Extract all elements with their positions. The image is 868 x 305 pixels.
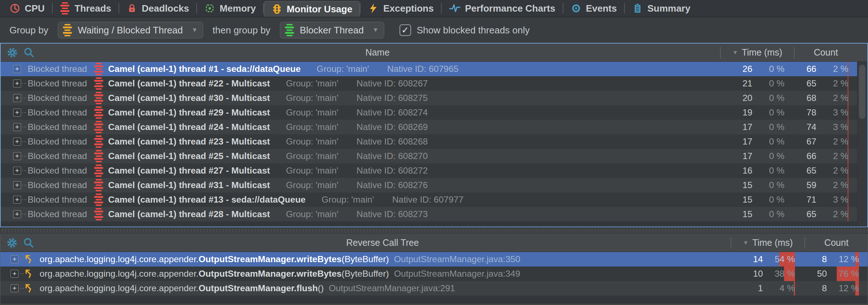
thread-state-label: Blocked thread	[28, 209, 87, 219]
thread-name: Camel (camel-1) thread #31 - Multicast	[108, 180, 270, 190]
search-icon[interactable]	[23, 237, 35, 249]
tree-column-header[interactable]: Reverse Call Tree	[35, 237, 731, 248]
expand-icon[interactable]: +	[13, 123, 21, 131]
tab-label: Threads	[75, 3, 111, 14]
thread-name: Camel (camel-1) thread #1 - seda://dataQ…	[108, 64, 301, 74]
count-pct-value: 3 %	[833, 195, 848, 205]
blocked-thread-row[interactable]: + Blocked thread Camel (camel-1) thread …	[1, 163, 857, 178]
blocked-thread-row[interactable]: + Blocked thread Camel (camel-1) thread …	[1, 192, 857, 207]
then-group-by-dropdown[interactable]: Blocker Thread ▼	[280, 22, 384, 38]
time-pct-value: 0 %	[769, 122, 784, 132]
blocked-thread-row[interactable]: + Blocked thread Camel (camel-1) thread …	[1, 178, 857, 192]
tab-memory[interactable]: Memory	[197, 0, 263, 17]
source-reference: OutputStreamManager.java:349	[394, 269, 520, 278]
tab-performance-charts[interactable]: Performance Charts	[442, 0, 563, 17]
time-pct-value: 0 %	[769, 195, 784, 205]
tab-threads[interactable]: Threads	[53, 0, 118, 17]
expand-icon[interactable]: +	[11, 284, 19, 292]
thread-name: Camel (camel-1) thread #23 - Multicast	[108, 137, 270, 147]
time-column-header[interactable]: ▼Time (ms)	[721, 47, 794, 58]
count-value: 67	[794, 137, 816, 147]
expand-icon[interactable]: +	[11, 255, 19, 263]
expand-icon[interactable]: +	[13, 152, 21, 160]
tab-label: CPU	[25, 3, 45, 14]
count-pct-cell: 76 %	[827, 267, 859, 281]
name-column-header[interactable]: Name	[35, 47, 720, 58]
tree-table-header: Reverse Call Tree ▼Time (ms) Count	[0, 234, 868, 252]
group-by-dropdown[interactable]: Waiting / Blocked Thread ▼	[58, 22, 203, 38]
panel-splitter[interactable]	[0, 227, 868, 234]
blocked-thread-row[interactable]: + Blocked thread Camel (camel-1) thread …	[1, 149, 857, 163]
time-ms-value: 16	[711, 166, 752, 176]
tab-label: Memory	[220, 3, 256, 14]
thread-group: Group: 'main'	[286, 122, 338, 132]
expand-icon[interactable]: +	[13, 167, 21, 175]
expand-icon[interactable]: +	[13, 196, 21, 204]
expand-icon[interactable]: +	[13, 181, 21, 189]
clipboard-icon	[632, 3, 643, 14]
thread-group: Group: 'main'	[286, 93, 338, 103]
lock-icon	[126, 3, 137, 14]
expand-icon[interactable]: +	[11, 270, 19, 278]
thread-group: Group: 'main'	[286, 209, 338, 219]
tab-deadlocks[interactable]: Deadlocks	[119, 0, 196, 17]
method-name: OutputStreamManager.writeBytes	[198, 269, 341, 278]
gear-icon[interactable]	[6, 237, 18, 249]
call-tree-row[interactable]: + org.apache.logging.log4j.core.appender…	[0, 267, 868, 281]
count-value: 50	[804, 269, 827, 279]
vertical-scrollbar[interactable]	[857, 62, 867, 227]
call-tree-row[interactable]: + org.apache.logging.log4j.core.appender…	[0, 281, 868, 296]
count-value: 78	[794, 107, 816, 118]
expand-icon[interactable]: +	[13, 109, 21, 117]
time-ms-value: 19	[711, 107, 752, 118]
tab-summary[interactable]: Summary	[625, 0, 698, 17]
time-pct-cell: 54 %	[763, 252, 795, 267]
blocked-thread-row[interactable]: + Blocked thread Camel (camel-1) thread …	[1, 207, 857, 221]
count-pct-cell: 2 %	[816, 62, 848, 76]
thread-native-id: Native ID: 608276	[357, 180, 428, 190]
tab-cpu[interactable]: CPU	[2, 0, 52, 17]
count-value: 66	[794, 64, 816, 74]
call-tree-row[interactable]: + org.apache.logging.log4j.core.appender…	[0, 252, 868, 267]
blocked-thread-row[interactable]: + Blocked thread Camel (camel-1) thread …	[1, 134, 857, 149]
tab-events[interactable]: Events	[563, 0, 624, 17]
count-pct-cell: 2 %	[816, 207, 848, 221]
tab-exceptions[interactable]: Exceptions	[361, 0, 441, 17]
count-pct-value: 2 %	[833, 93, 848, 103]
blocked-thread-row[interactable]: + Blocked thread Camel (camel-1) thread …	[1, 120, 857, 134]
cpu-clock-icon	[9, 3, 20, 14]
count-pct-value: 3 %	[833, 107, 848, 118]
blocked-thread-row[interactable]: + Blocked thread Camel (camel-1) thread …	[1, 91, 857, 105]
expand-icon[interactable]: +	[13, 138, 21, 146]
expand-icon[interactable]: +	[13, 94, 21, 102]
blocked-thread-row[interactable]: + Blocked thread Camel (camel-1) thread …	[1, 105, 857, 120]
time-pct-value: 0 %	[769, 93, 784, 103]
blocked-thread-row[interactable]: + Blocked thread Camel (camel-1) thread …	[1, 62, 857, 76]
thread-native-id: Native ID: 608272	[357, 166, 428, 176]
count-column-header[interactable]: Count	[795, 47, 857, 58]
count-pct-value: 2 %	[833, 151, 848, 161]
time-column-header[interactable]: ▼Time (ms)	[731, 237, 804, 248]
blocked-thread-icon	[93, 179, 104, 192]
gear-icon[interactable]	[7, 47, 18, 58]
time-pct-value: 0 %	[769, 166, 784, 176]
show-blocked-threads-checkbox[interactable]: ✓ Show blocked threads only	[399, 24, 530, 36]
package-name: org.apache.logging.log4j.core.appender.	[40, 254, 198, 264]
time-ms-value: 15	[711, 195, 752, 205]
count-pct-value: 76 %	[839, 269, 859, 279]
scrollbar-thumb[interactable]	[859, 65, 865, 119]
expand-icon[interactable]: +	[13, 210, 21, 218]
count-pct-cell: 2 %	[816, 163, 848, 178]
count-value: 8	[804, 254, 827, 264]
count-pct-cell: 2 %	[816, 91, 848, 105]
time-ms-value: 15	[711, 180, 752, 190]
search-icon[interactable]	[23, 47, 35, 58]
count-column-header[interactable]: Count	[805, 237, 868, 248]
sort-desc-icon: ▼	[732, 49, 738, 56]
expand-icon[interactable]: +	[13, 80, 21, 88]
count-pct-cell: 3 %	[816, 192, 848, 207]
blocked-thread-row[interactable]: + Blocked thread Camel (camel-1) thread …	[1, 76, 857, 91]
expand-icon[interactable]: +	[13, 65, 21, 73]
checkbox-box[interactable]: ✓	[399, 24, 411, 36]
tab-monitor-usage[interactable]: Monitor Usage	[264, 1, 360, 17]
